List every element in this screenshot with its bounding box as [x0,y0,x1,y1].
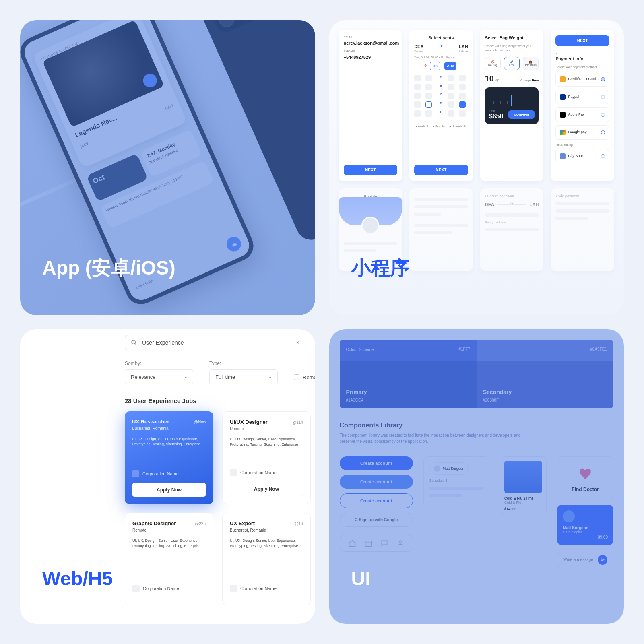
avatar [361,217,379,234]
clear-icon[interactable]: × [296,339,299,346]
screen-login: EMAIL percy.jackson@gmail.com PHONE +544… [339,30,402,181]
screen-add-payment: ‹ Add payment [551,188,614,270]
tile-ui-label: UI [351,568,371,590]
bag-option[interactable]: 💼Premium [523,57,539,70]
payment-method[interactable]: Paypal [555,90,609,104]
job-search-mock: User Experience × | Bu Sort by: Relevanc… [125,335,315,619]
tile-app[interactable]: LEGENDS NEVER DIE Legends Nev... prev ne… [20,20,315,315]
svg-line-1 [135,343,136,345]
confirm-button[interactable]: CONFIRM [508,110,535,119]
results-heading: 28 User Experience Jobs [125,397,315,404]
screen-payment: NEXT ‹ Payment info Select your payment … [551,30,614,181]
payment-method[interactable]: Google pay [555,125,609,140]
search-bar[interactable]: User Experience × | Bu [125,335,315,350]
tile-ui[interactable]: Colour Scheme#1F77 Primary #1A3CC4 #8A9F… [329,329,624,624]
apply-button[interactable]: Apply Now [132,483,206,497]
job-card[interactable]: UX Expert@1d Bucharest, Romania UI, UX, … [222,513,311,605]
weight-slider-panel: Total$650 CONFIRM [485,87,539,124]
job-grid: UX Researcher@Now Bucharest, Romania UI,… [125,411,315,605]
sort-label: Sort by: [125,361,193,366]
tile-mini-program[interactable]: EMAIL percy.jackson@gmail.com PHONE +544… [329,20,624,315]
job-card[interactable]: Graphic Designer@22h Remote UI, UX, Desi… [125,513,213,605]
screen-bag-weight: Select Bag Weight Select your bag weight… [480,30,544,181]
job-card[interactable]: UX Researcher@Now Bucharest, Romania UI,… [125,411,213,504]
type-select[interactable]: Full time [209,369,278,384]
bag-option[interactable]: 🧳Free [504,57,520,70]
screen-checkout: ‹ Secure checkout DEALAH Percy Jackson [480,188,544,270]
payment-method[interactable]: Credit/Debit Card [555,72,609,87]
tile-mini-label: 小程序 [351,255,409,281]
weight-slider[interactable] [489,93,535,104]
tile-app-label: App (安卓/iOS) [42,255,175,281]
search-value: User Experience [142,339,184,346]
remote-checkbox[interactable]: Remote only [294,370,315,384]
search-icon [131,339,137,346]
type-label: Type: [209,361,278,366]
airline-icon: ✈ [424,64,427,68]
screen-select-seats: Select seats DEALAH DenverLahore Tue, Oc… [409,30,473,181]
apply-button[interactable]: Apply Now [230,482,303,496]
next-button[interactable]: NEXT [555,35,609,46]
screen-skeleton-1 [409,188,473,270]
tile-web-label: Web/H5 [42,568,113,590]
bank-option[interactable]: City Bank [555,149,609,163]
sort-select[interactable]: Relevance [125,369,193,384]
tile-web[interactable]: User Experience × | Bu Sort by: Relevanc… [20,329,315,624]
payment-method[interactable]: Apple Pay [555,107,609,122]
next-button[interactable]: NEXT [414,165,468,175]
job-card[interactable]: UI/UX Designer@11h Remote UI, UX, Design… [222,411,311,504]
seat-grid[interactable]: A B C D E [414,75,468,117]
bag-option[interactable]: 🚫No Bag [485,57,501,70]
next-button[interactable]: NEXT [344,165,398,175]
svg-point-0 [132,340,135,344]
